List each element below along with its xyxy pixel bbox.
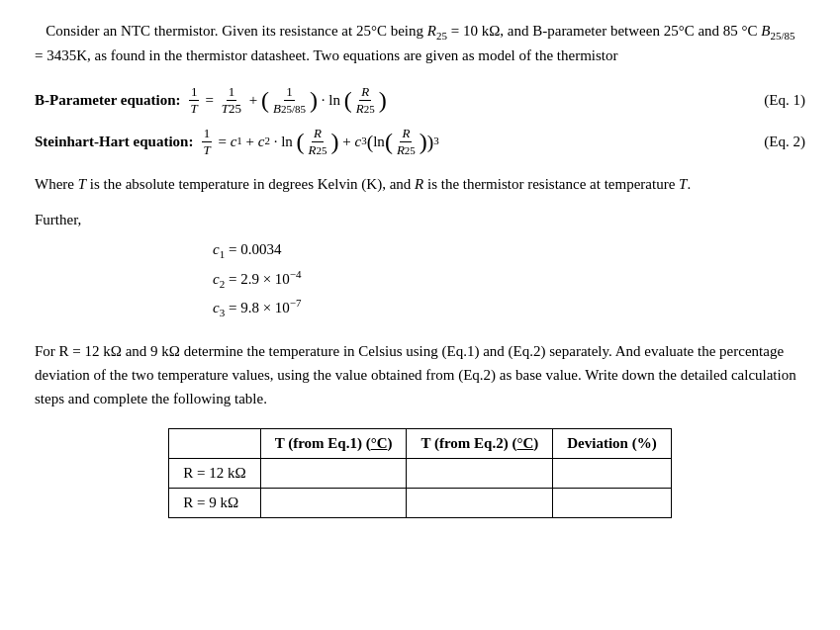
col-header-deviation: Deviation (%) [553, 429, 671, 459]
table-header-row: T (from Eq.1) (°C) T (from Eq.2) (°C) De… [169, 429, 671, 459]
main-content: Consider an NTC thermistor. Given its re… [35, 20, 805, 518]
row-9k-label: R = 9 kΩ [169, 489, 260, 518]
row-9k-eq1 [260, 489, 407, 518]
row-9k-eq2 [407, 489, 553, 518]
row-12k-label: R = 12 kΩ [169, 459, 260, 489]
steinhart-label: Steinhart-Hart equation: [35, 130, 193, 153]
table-row: R = 9 kΩ [169, 489, 671, 518]
where-text: Where T is the absolute temperature in d… [35, 173, 805, 196]
col-header-label [169, 429, 260, 459]
bparam-ref: (Eq. 1) [724, 88, 805, 112]
row-12k-eq2 [407, 459, 553, 489]
row-12k-dev [553, 459, 671, 489]
equations-section: B-Parameter equation: 1 T = 1 T25 + ( 1 … [35, 84, 805, 157]
c1-line: c1 = 0.0034 [213, 236, 805, 265]
further-section: Further, c1 = 0.0034 c2 = 2.9 × 10−4 c3 … [35, 212, 805, 323]
steinhart-equation-row: Steinhart-Hart equation: 1 T = c1 + c2 ·… [35, 126, 805, 157]
constants-block: c1 = 0.0034 c2 = 2.9 × 10−4 c3 = 9.8 × 1… [213, 236, 805, 323]
bparam-label: B-Parameter equation: [35, 88, 181, 112]
intro-paragraph: Consider an NTC thermistor. Given its re… [35, 20, 805, 66]
steinhart-equation: 1 T = c1 + c2 · ln ( R R25 ) + c3 ( ln (… [199, 126, 724, 157]
col-header-eq2: T (from Eq.2) (°C) [407, 429, 553, 459]
c3-line: c3 = 9.8 × 10−7 [213, 294, 805, 323]
results-table: T (from Eq.1) (°C) T (from Eq.2) (°C) De… [168, 428, 671, 518]
row-9k-dev [553, 489, 671, 518]
c2-line: c2 = 2.9 × 10−4 [213, 265, 805, 295]
bparam-equation-row: B-Parameter equation: 1 T = 1 T25 + ( 1 … [35, 84, 805, 116]
bparam-equation: 1 T = 1 T25 + ( 1 B25/85 ) · ln ( [187, 84, 725, 116]
row-12k-eq1 [260, 459, 407, 489]
steinhart-ref: (Eq. 2) [724, 130, 805, 153]
table-row: R = 12 kΩ [169, 459, 671, 489]
further-label: Further, [35, 212, 805, 228]
col-header-eq1: T (from Eq.1) (°C) [260, 429, 407, 459]
for-text: For R = 12 kΩ and 9 kΩ determine the tem… [35, 339, 805, 410]
